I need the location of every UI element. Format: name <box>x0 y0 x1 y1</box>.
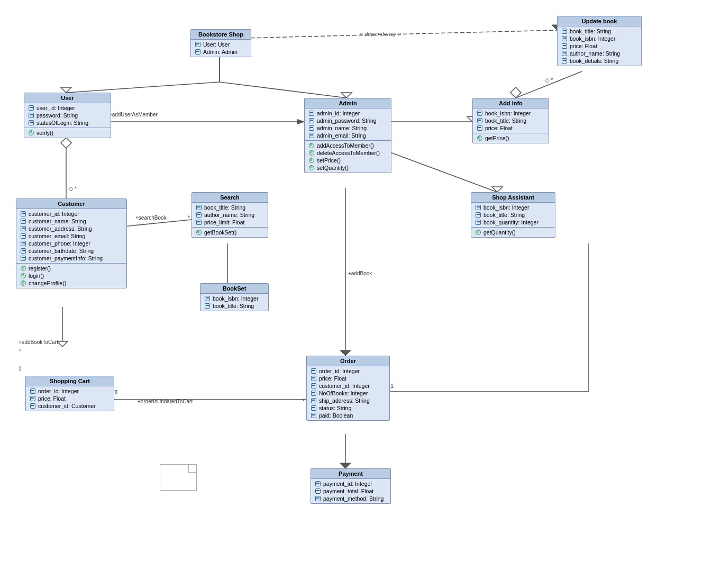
bookstore-shop-class: Bookstore Shop User: User Admin: Admin <box>190 29 251 57</box>
admin-attrs: admin_id: Integer admin_password: String… <box>305 108 391 141</box>
svg-line-19 <box>244 30 557 38</box>
user-title: User <box>24 93 111 103</box>
add-info-attrs: book_isbn: Integer book_title: String pr… <box>473 108 549 133</box>
search-attrs: book_title: String author_name: String p… <box>192 203 268 228</box>
svg-text:+searchBook: +searchBook <box>135 215 167 221</box>
svg-marker-27 <box>57 341 68 347</box>
admin-title: Admin <box>305 98 391 108</box>
update-book-attrs: book_title: String book_isbn: Integer pr… <box>558 26 641 66</box>
admin-methods: addAccessToMember() deleteAccessToMember… <box>305 141 391 173</box>
add-info-methods: getPrice() <box>473 133 549 143</box>
customer-class: Customer customer_id: Integer customer_n… <box>16 198 127 288</box>
user-methods: verify() <box>24 128 111 138</box>
svg-text:+: + <box>19 347 22 353</box>
svg-marker-30 <box>340 463 351 468</box>
add-info-class: Add info book_isbn: Integer book_title: … <box>472 98 549 143</box>
svg-text:+addBook: +addBook <box>348 270 372 276</box>
order-attrs: order_id: Integer price: Float customer_… <box>307 366 389 420</box>
payment-title: Payment <box>311 469 390 479</box>
customer-methods: register() login() changeProfile() <box>16 264 126 288</box>
svg-text:++addUserAsMember: ++addUserAsMember <box>106 112 158 117</box>
svg-text:◇ *: ◇ * <box>69 185 77 192</box>
svg-text:◇ *: ◇ * <box>545 77 553 83</box>
payment-class: Payment payment_id: Integer payment_tota… <box>311 468 391 504</box>
search-methods: getBookSet() <box>192 228 268 237</box>
svg-text:+orderIsUndatedToCart: +orderIsUndatedToCart <box>138 399 193 404</box>
svg-marker-17 <box>510 87 521 98</box>
svg-text:« dependency »: « dependency » <box>360 31 401 37</box>
payment-attrs: payment_id: Integer payment_total: Float… <box>311 479 390 503</box>
svg-text:*: * <box>303 399 305 404</box>
svg-text:1: 1 <box>19 366 22 372</box>
search-class: Search book_title: String author_name: S… <box>191 192 268 238</box>
update-book-title: Update book <box>558 16 641 26</box>
svg-marker-2 <box>61 87 71 93</box>
shop-assistant-class: Shop Assistant book_isbn: Integer book_t… <box>471 192 555 238</box>
svg-line-4 <box>220 82 346 98</box>
bookstore-shop-attrs: User: User Admin: Admin <box>191 40 251 57</box>
customer-attrs: customer_id: Integer customer_name: Stri… <box>16 209 126 264</box>
order-title: Order <box>307 356 389 366</box>
shop-assistant-methods: getQuantity() <box>471 228 555 237</box>
shop-assistant-attrs: book_isbn: Integer book_title: String bo… <box>471 203 555 228</box>
shopping-cart-attrs: order_id: Integer price: Float customer_… <box>26 386 114 411</box>
svg-text:*: * <box>188 215 190 221</box>
svg-text:1: 1 <box>115 390 118 395</box>
admin-class: Admin admin_id: Integer admin_password: … <box>304 98 391 173</box>
user-attrs: user_id: Integer password: String status… <box>24 103 111 128</box>
svg-marker-7 <box>61 138 71 148</box>
svg-marker-5 <box>341 93 352 98</box>
order-class: Order order_id: Integer price: Float cus… <box>306 356 390 421</box>
shopping-cart-class: Shopping Cart order_id: Integer price: F… <box>25 376 114 411</box>
svg-line-12 <box>386 151 497 192</box>
svg-text:+addBookToCart: +addBookToCart <box>19 339 58 345</box>
svg-text:1: 1 <box>390 383 394 389</box>
update-book-class: Update book book_title: String book_isbn… <box>557 16 642 66</box>
user-class: User user_id: Integer password: String s… <box>24 93 111 138</box>
customer-title: Customer <box>16 199 126 209</box>
svg-line-1 <box>66 82 220 93</box>
svg-marker-22 <box>340 350 351 356</box>
bookset-attrs: book_isbn: Integer book_title: String <box>200 294 268 311</box>
bookstore-shop-title: Bookstore Shop <box>191 30 251 40</box>
shopping-cart-title: Shopping Cart <box>26 376 114 386</box>
shop-assistant-title: Shop Assistant <box>471 193 555 203</box>
svg-marker-13 <box>492 187 503 192</box>
add-info-title: Add info <box>473 98 549 108</box>
svg-line-16 <box>516 71 582 98</box>
search-title: Search <box>192 193 268 203</box>
note-box <box>160 464 197 491</box>
bookset-class: BookSet book_isbn: Integer book_title: S… <box>200 283 269 311</box>
bookset-title: BookSet <box>200 284 268 294</box>
